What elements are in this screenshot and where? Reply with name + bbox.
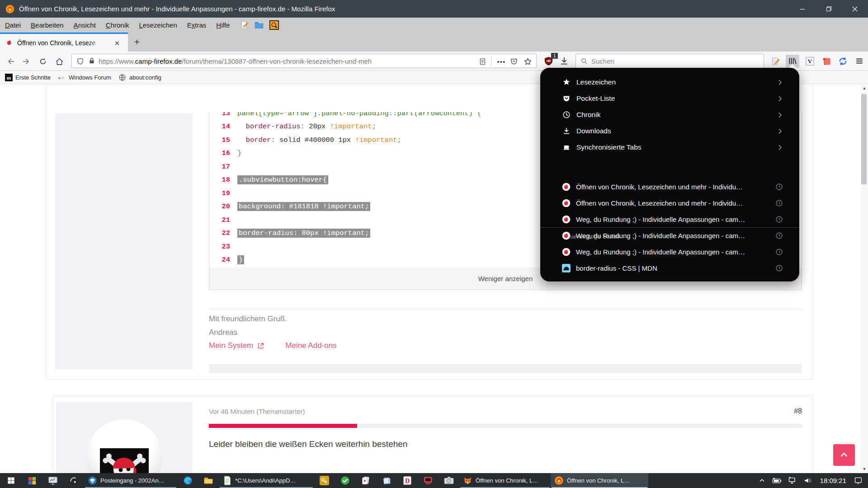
star-icon — [562, 78, 571, 86]
content-scrollbar[interactable]: ▲ ▼ — [861, 84, 868, 473]
network-icon[interactable] — [788, 477, 797, 484]
bookmark-windows-forum[interactable]: wPWindows Forum — [55, 72, 114, 83]
taskbar-task-firefox[interactable]: Öffnen von Chronik, L… — [551, 473, 648, 488]
taskbar-icon-letter-d[interactable]: D — [397, 473, 418, 488]
pocket-icon — [562, 94, 571, 103]
taskbar-task-thunderbird[interactable]: Posteingang - 2002An… — [84, 473, 177, 488]
panel-item-label: Pocket-Liste — [576, 94, 615, 103]
note-pencil-icon[interactable] — [239, 20, 250, 31]
new-tab-button[interactable]: + — [132, 37, 142, 47]
sync-extension-icon[interactable] — [837, 56, 848, 66]
tracking-shield-icon[interactable] — [76, 57, 84, 65]
restore-button[interactable] — [816, 0, 842, 18]
panel-anchor-caret — [788, 64, 797, 68]
panel-item-lesezeichen[interactable]: Lesezeichen — [547, 74, 793, 90]
mdn-favicon-icon — [562, 264, 571, 272]
campfirefox-favicon-icon — [562, 248, 571, 256]
panel-item-chronik[interactable]: Chronik — [547, 107, 793, 123]
bookmark-about-config[interactable]: about:config — [116, 72, 164, 83]
bookmark-erste-schritte[interactable]: mErste Schritte — [2, 72, 53, 83]
taskbar-icon-monitor-chart[interactable] — [42, 473, 63, 488]
taskbar-icon-color-cube[interactable] — [22, 473, 42, 488]
downloads-icon[interactable] — [559, 56, 570, 66]
campfirefox-favicon-icon — [562, 215, 571, 224]
minimize-button[interactable] — [789, 0, 816, 18]
link-meine-addons[interactable]: Meine Add-ons — [285, 341, 336, 350]
back-button[interactable] — [5, 56, 17, 67]
bookmark-label: Erste Schritte — [15, 74, 51, 81]
menu-extras[interactable]: Extras — [182, 18, 212, 33]
taskbar-task-notepad[interactable]: *C:\Users\Andi\AppD… — [219, 473, 314, 488]
history-clock-icon — [775, 264, 783, 272]
action-center-icon[interactable] — [854, 477, 863, 484]
scroll-extension-icon[interactable] — [821, 56, 832, 66]
task-label: *C:\Users\Andi\AppD… — [235, 477, 296, 484]
panel-history-item[interactable]: Weg, du Rundung ;) - Individuelle Anpass… — [547, 244, 793, 260]
post-progress-fill — [209, 424, 357, 428]
taskbar-icon-blue-notes[interactable] — [376, 473, 397, 488]
panel-item-label: Downloads — [576, 127, 611, 135]
url-bar[interactable]: https://www.camp-firefox.de/forum/thema/… — [71, 54, 537, 68]
panel-history-item[interactable]: Öffnen von Chronik, Lesezeichen und mehr… — [547, 178, 793, 195]
taskbar-icon-cards[interactable] — [355, 473, 376, 488]
menu-bearbeiten[interactable]: Bearbeiten — [26, 18, 69, 33]
firefox-icon — [554, 476, 564, 485]
taskbar-icon-red-monitor[interactable] — [418, 473, 439, 488]
menu-datei[interactable]: Datei — [0, 18, 26, 33]
taskbar-icon-camera[interactable] — [439, 473, 459, 488]
panel-history-item[interactable]: border-radius - CSS | MDN — [547, 260, 793, 276]
panel-history-item[interactable]: Öffnen von Chronik, Lesezeichen und mehr… — [547, 195, 793, 211]
scroll-to-top-button[interactable] — [833, 444, 855, 466]
taskbar-icon-key[interactable] — [314, 473, 335, 488]
taskbar-icon-folder[interactable] — [198, 473, 219, 488]
blue-folder-icon[interactable] — [254, 20, 264, 31]
search-bar[interactable]: Suchen — [576, 54, 764, 68]
svg-text:m: m — [6, 75, 11, 80]
svg-text:D: D — [405, 477, 410, 484]
taskbar-icon-dark-sphere[interactable] — [63, 473, 84, 488]
notes-pencil-icon[interactable] — [770, 56, 781, 66]
taskbar-task-fox[interactable]: Öffnen von Chronik, L… — [459, 473, 551, 488]
orange-magnifier-icon[interactable] — [269, 20, 279, 31]
reader-view-icon[interactable] — [478, 57, 487, 66]
battery-icon[interactable] — [772, 477, 782, 484]
scrollbar-thumb[interactable] — [861, 94, 867, 184]
pocket-save-icon[interactable] — [509, 57, 519, 66]
tray-chevron-up-icon[interactable] — [759, 477, 765, 484]
menu-chronik[interactable]: Chronik — [101, 18, 134, 33]
link-mein-system[interactable]: Mein System — [209, 341, 253, 350]
window-titlebar: Öffnen von Chronik, Lesezeichen und mehr… — [0, 0, 868, 18]
panel-item-pocket-liste[interactable]: Pocket-Liste — [547, 90, 793, 107]
clock-time[interactable]: 18:09:21 — [820, 477, 846, 484]
forward-button[interactable] — [20, 56, 32, 67]
tab-close-icon[interactable]: ✕ — [113, 39, 122, 48]
panel-item-downloads[interactable]: Downloads — [547, 123, 793, 139]
speaker-icon[interactable] — [803, 477, 812, 484]
chevron-right-icon — [776, 78, 784, 86]
bookmark-star-icon[interactable] — [523, 57, 532, 66]
menu-ansicht[interactable]: Ansicht — [69, 18, 101, 33]
scrollbar-down-icon[interactable]: ▼ — [861, 466, 868, 472]
lock-icon[interactable] — [88, 57, 96, 65]
close-button[interactable] — [842, 0, 868, 18]
v-extension-icon[interactable]: V — [804, 56, 815, 66]
menu-lesezeichen[interactable]: Lesezeichen — [134, 18, 182, 33]
page-actions-icon[interactable]: ••• — [497, 57, 506, 66]
scrollbar-up-icon[interactable]: ▲ — [861, 85, 868, 91]
start-button[interactable] — [0, 473, 22, 488]
menu-hilfe[interactable]: Hilfe — [211, 18, 235, 33]
post-number[interactable]: #8 — [746, 407, 802, 415]
reload-button[interactable] — [37, 56, 49, 67]
home-button[interactable] — [53, 56, 65, 67]
campfirefox-favicon-icon — [562, 231, 571, 240]
panel-item-synchronisierte-tabs[interactable]: Synchronisierte Tabs — [547, 139, 793, 155]
green-check-icon — [340, 476, 350, 486]
taskbar-icon-edge[interactable] — [177, 473, 198, 488]
panel-history-item[interactable]: Weg, du Rundung ;) - Individuelle Anpass… — [547, 227, 793, 244]
chevron-right-icon — [776, 111, 784, 119]
hamburger-menu-icon[interactable] — [854, 56, 865, 66]
signature-divider — [209, 310, 802, 310]
panel-history-item[interactable]: Weg, du Rundung ;) - Individuelle Anpass… — [547, 211, 793, 227]
tab-active[interactable]: Öffnen von Chronik, Leseze ✕ — [0, 33, 128, 52]
taskbar-icon-green-check[interactable] — [335, 473, 355, 488]
